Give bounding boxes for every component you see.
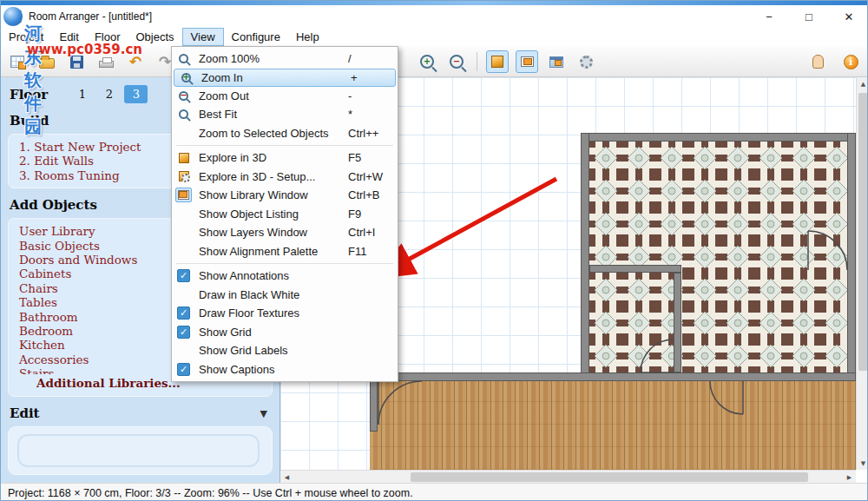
status-text: Project: 1168 × 700 cm, Floor: 3/3 -- Zo… xyxy=(8,487,413,499)
object-window-icon xyxy=(549,56,563,68)
menu-item-show-captions[interactable]: Show Captions xyxy=(172,360,398,379)
edit-panel xyxy=(8,426,273,475)
menu-item-show-annotations[interactable]: Show Annotations xyxy=(172,267,398,286)
menu-separator xyxy=(176,145,393,146)
tab-floor-1[interactable]: 1 xyxy=(70,85,94,103)
menu-separator xyxy=(176,263,393,264)
edit-panel-placeholder xyxy=(17,434,260,467)
edit-title: Edit xyxy=(10,405,40,421)
horizontal-scrollbar[interactable]: ◀ ▶ xyxy=(280,470,856,483)
wall-interior-vertical xyxy=(674,273,681,372)
explore-3d-icon xyxy=(179,153,189,163)
show-library-window-button[interactable] xyxy=(516,50,538,73)
menu-objects[interactable]: Objects xyxy=(128,28,182,46)
vertical-scroll-thumb[interactable] xyxy=(858,93,868,371)
menu-item-draw-in-black-white[interactable]: Draw in Black White xyxy=(172,286,398,305)
wall-bottom xyxy=(370,372,856,381)
checkmark-icon xyxy=(177,363,190,376)
about-button[interactable] xyxy=(839,50,862,73)
walkthrough-button[interactable] xyxy=(575,50,597,73)
toolbar-separator xyxy=(477,52,477,71)
menu-project[interactable]: Project xyxy=(1,28,51,46)
scroll-down-arrow[interactable]: ▼ xyxy=(857,457,868,470)
tab-floor-2[interactable]: 2 xyxy=(97,85,121,103)
checkmark-icon xyxy=(177,326,190,339)
maximize-button[interactable]: □ xyxy=(789,5,829,28)
menu-item-zoom-in[interactable]: Zoom In + xyxy=(174,69,396,87)
printer-icon xyxy=(99,61,114,68)
tiled-floor xyxy=(589,142,847,372)
undo-button[interactable]: ↶ xyxy=(124,50,147,73)
minimize-button[interactable]: − xyxy=(749,5,789,28)
zoom-in-icon xyxy=(420,55,434,69)
menu-item-show-grid[interactable]: Show Grid xyxy=(172,323,398,342)
menu-item-draw-floor-textures[interactable]: Draw Floor Textures xyxy=(172,304,398,323)
floor-label: Floor xyxy=(10,87,48,102)
menu-item-best-fit[interactable]: Best Fit * xyxy=(172,105,398,124)
library-window-icon xyxy=(521,56,534,67)
explore-3d-icon xyxy=(491,56,503,68)
new-project-button[interactable] xyxy=(6,50,29,73)
menu-item-show-object-listing[interactable]: Show Object Listing F9 xyxy=(172,205,398,224)
view-menu-popup: Zoom 100% / Zoom In + Zoom Out - Best Fi… xyxy=(171,46,398,382)
gear-icon xyxy=(580,56,593,69)
hand-icon xyxy=(812,55,824,69)
menu-item-explore-in-3d-setup[interactable]: Explore in 3D - Setup... Ctrl+W xyxy=(172,168,398,187)
menu-item-explore-in-3d[interactable]: Explore in 3D F5 xyxy=(172,148,398,168)
menubar: Project Edit Floor Objects View Configur… xyxy=(1,28,868,46)
pan-button[interactable] xyxy=(806,50,829,73)
statusbar: Project: 1168 × 700 cm, Floor: 3/3 -- Zo… xyxy=(1,483,868,501)
toolbar: ↶ ↷ xyxy=(1,46,868,77)
save-project-button[interactable] xyxy=(65,50,88,73)
scroll-right-arrow[interactable]: ▶ xyxy=(843,471,856,484)
redo-icon: ↷ xyxy=(159,53,171,70)
open-folder-icon xyxy=(39,58,55,69)
object-listing-button[interactable] xyxy=(545,50,568,73)
close-button[interactable]: ✕ xyxy=(829,5,868,28)
menu-floor[interactable]: Floor xyxy=(87,28,128,46)
menu-item-show-library-window[interactable]: Show Library Window Ctrl+B xyxy=(172,186,398,205)
menu-item-zoom-100[interactable]: Zoom 100% / xyxy=(172,49,398,69)
checkmark-icon xyxy=(177,307,190,320)
print-button[interactable] xyxy=(95,50,117,73)
zoom-out-icon xyxy=(179,91,188,101)
open-project-button[interactable] xyxy=(36,50,58,73)
zoom-in-button[interactable] xyxy=(416,50,438,73)
wall-interior-horizontal xyxy=(589,265,681,273)
menu-help[interactable]: Help xyxy=(288,28,327,46)
zoom-in-icon xyxy=(181,73,191,82)
wall-right xyxy=(847,133,856,381)
edit-collapse-chevron-icon[interactable]: ▼ xyxy=(260,408,267,419)
wall-left xyxy=(581,133,589,381)
menu-item-zoom-out[interactable]: Zoom Out - xyxy=(172,87,398,106)
floor-tabs: 1 2 3 xyxy=(70,85,148,103)
window-title: Room Arranger - [untitled*] xyxy=(29,10,152,23)
scroll-left-arrow[interactable]: ◀ xyxy=(280,471,293,484)
info-icon xyxy=(844,55,858,69)
menu-configure[interactable]: Configure xyxy=(224,28,288,46)
menu-item-zoom-to-selected-objects[interactable]: Zoom to Selected Objects Ctrl++ xyxy=(172,124,398,143)
zoom-out-button[interactable] xyxy=(445,50,468,73)
menu-edit[interactable]: Edit xyxy=(51,28,86,46)
menu-item-show-alignment-palette[interactable]: Show Alignment Palette F11 xyxy=(172,242,398,261)
new-project-icon xyxy=(10,56,24,68)
app-icon xyxy=(8,10,22,23)
wall-wood-left xyxy=(370,381,378,432)
menu-view[interactable]: View xyxy=(182,28,224,46)
tab-floor-3[interactable]: 3 xyxy=(124,85,148,103)
menu-item-show-layers-window[interactable]: Show Layers Window Ctrl+I xyxy=(172,223,398,242)
explore-3d-setup-icon xyxy=(179,171,189,181)
best-fit-icon xyxy=(179,109,188,119)
horizontal-scroll-thumb[interactable] xyxy=(411,472,808,482)
explore-3d-button[interactable] xyxy=(486,50,509,73)
red-annotation-arrow xyxy=(379,179,556,275)
zoom-100-icon xyxy=(179,54,188,63)
zoom-out-icon xyxy=(450,55,464,69)
menu-item-show-grid-labels[interactable]: Show Grid Labels xyxy=(172,341,398,360)
checkmark-icon xyxy=(177,269,190,282)
scroll-up-arrow[interactable]: ▲ xyxy=(857,77,868,90)
vertical-scrollbar[interactable]: ▲ ▼ xyxy=(856,77,868,470)
undo-icon: ↶ xyxy=(129,53,141,70)
wood-floor xyxy=(370,381,856,470)
titlebar: Room Arranger - [untitled*] − □ ✕ xyxy=(1,5,868,28)
